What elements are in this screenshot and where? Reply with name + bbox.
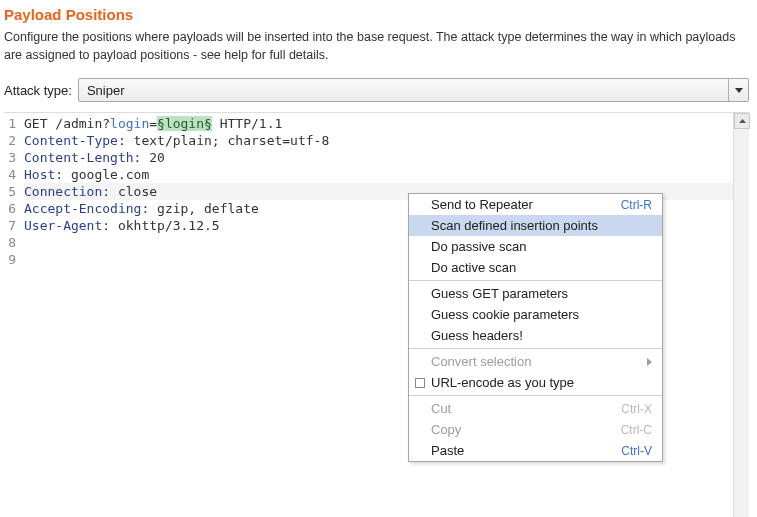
- svg-marker-0: [735, 88, 743, 93]
- section-description: Configure the positions where payloads w…: [4, 29, 749, 64]
- vertical-scrollbar[interactable]: [733, 113, 749, 517]
- menu-item: CopyCtrl-C: [409, 419, 662, 440]
- attack-type-row: Attack type: Sniper: [4, 78, 749, 102]
- line-number: 1: [6, 115, 16, 132]
- menu-item[interactable]: Do active scan: [409, 257, 662, 278]
- line-number: 6: [6, 200, 16, 217]
- menu-item[interactable]: Guess headers!: [409, 325, 662, 346]
- line-number: 5: [6, 183, 16, 200]
- menu-item-label: Guess cookie parameters: [431, 307, 652, 322]
- menu-item-label: Send to Repeater: [431, 197, 621, 212]
- line-number: 9: [6, 251, 16, 268]
- line-number: 2: [6, 132, 16, 149]
- menu-shortcut: Ctrl-C: [621, 423, 652, 437]
- context-menu: Send to RepeaterCtrl-RScan defined inser…: [408, 193, 663, 462]
- svg-marker-1: [739, 119, 746, 123]
- menu-item-label: Scan defined insertion points: [431, 218, 652, 233]
- menu-separator: [409, 348, 662, 349]
- dropdown-arrow-icon: [728, 79, 748, 101]
- menu-item[interactable]: Do passive scan: [409, 236, 662, 257]
- code-line[interactable]: Content-Length: 20: [24, 149, 749, 166]
- menu-item[interactable]: PasteCtrl-V: [409, 440, 662, 461]
- menu-item: Convert selection: [409, 351, 662, 372]
- menu-separator: [409, 395, 662, 396]
- code-line[interactable]: GET /admin?login=§login§ HTTP/1.1: [24, 115, 749, 132]
- menu-item-label: Guess GET parameters: [431, 286, 652, 301]
- scroll-up-button[interactable]: [734, 113, 750, 129]
- menu-item[interactable]: Send to RepeaterCtrl-R: [409, 194, 662, 215]
- attack-type-label: Attack type:: [4, 83, 72, 98]
- attack-type-dropdown[interactable]: Sniper: [78, 78, 749, 102]
- submenu-arrow-icon: [647, 358, 652, 366]
- line-number: 3: [6, 149, 16, 166]
- line-gutter: 123456789: [4, 113, 20, 517]
- menu-item-label: Guess headers!: [431, 328, 652, 343]
- menu-shortcut: Ctrl-X: [621, 402, 652, 416]
- menu-item-label: Copy: [431, 422, 621, 437]
- menu-item-label: Cut: [431, 401, 621, 416]
- menu-item-label: URL-encode as you type: [431, 375, 652, 390]
- menu-item[interactable]: Guess GET parameters: [409, 283, 662, 304]
- menu-item-label: Do active scan: [431, 260, 652, 275]
- code-line[interactable]: Host: google.com: [24, 166, 749, 183]
- menu-item-label: Convert selection: [431, 354, 647, 369]
- section-title: Payload Positions: [4, 6, 749, 23]
- code-line[interactable]: Content-Type: text/plain; charset=utf-8: [24, 132, 749, 149]
- line-number: 8: [6, 234, 16, 251]
- line-number: 7: [6, 217, 16, 234]
- menu-item[interactable]: URL-encode as you type: [409, 372, 662, 393]
- menu-item-label: Paste: [431, 443, 621, 458]
- menu-item[interactable]: Guess cookie parameters: [409, 304, 662, 325]
- menu-separator: [409, 280, 662, 281]
- attack-type-value: Sniper: [79, 83, 728, 98]
- menu-shortcut: Ctrl-R: [621, 198, 652, 212]
- menu-item-label: Do passive scan: [431, 239, 652, 254]
- menu-item: CutCtrl-X: [409, 398, 662, 419]
- line-number: 4: [6, 166, 16, 183]
- checkbox-icon: [415, 378, 425, 388]
- menu-item[interactable]: Scan defined insertion points: [409, 215, 662, 236]
- menu-shortcut: Ctrl-V: [621, 444, 652, 458]
